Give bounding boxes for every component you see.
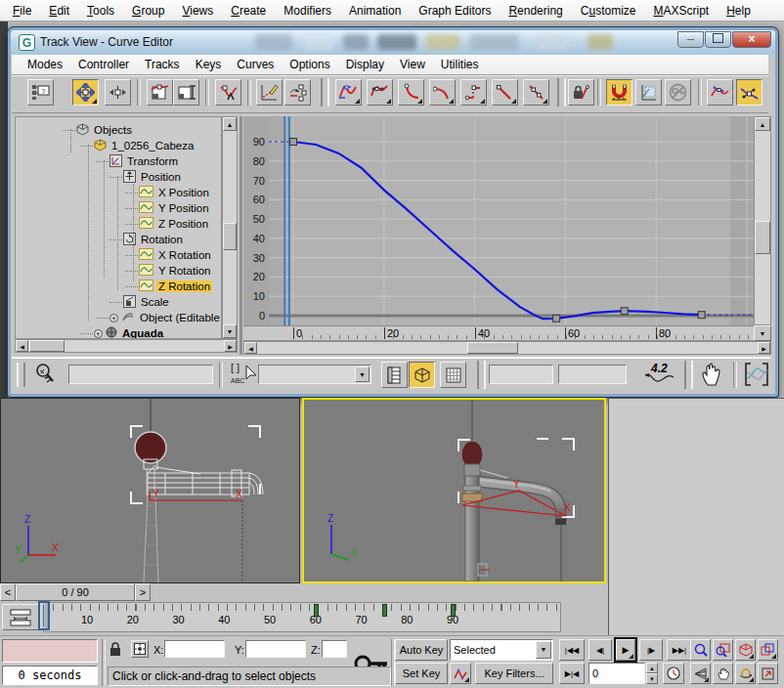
tree-item-y-position[interactable]: Y Position (16, 200, 211, 216)
trackbar-key[interactable] (314, 604, 319, 617)
menu-modes[interactable]: Modes (20, 55, 70, 74)
menu-tools[interactable]: Tools (78, 1, 123, 21)
key-filters-button[interactable]: Key Filters... (475, 663, 553, 684)
key-time-input[interactable] (489, 365, 553, 384)
maximize-button[interactable] (705, 31, 731, 48)
go-to-start-button[interactable]: |◀◀ (559, 639, 585, 661)
absolute-relative-toggle-button[interactable] (131, 640, 149, 658)
previous-frame-arrow[interactable]: < (0, 583, 16, 601)
menu-keys[interactable]: Keys (188, 55, 230, 74)
tree-vscrollbar[interactable]: ▲ ▼ (222, 116, 238, 339)
zoom-horizontal-extents-icon[interactable] (743, 361, 770, 390)
tree-item-aguada[interactable]: +Aguada (16, 325, 165, 339)
trackbar-key[interactable] (451, 604, 456, 617)
trackbar-key[interactable] (382, 604, 387, 617)
time-configuration-button[interactable] (663, 663, 684, 684)
edit-track-set-list-button[interactable] (381, 362, 408, 388)
graph-vscrollbar[interactable]: ▲ (754, 116, 771, 325)
zoom-all-button[interactable] (713, 639, 733, 661)
pan-icon[interactable] (699, 361, 724, 390)
tree-item-rotation[interactable]: Rotation (16, 232, 185, 247)
maxscript-mini-listener[interactable] (2, 639, 98, 663)
menu-maxscript[interactable]: MAXScript (645, 1, 719, 21)
tree-vscroll-thumb[interactable] (223, 223, 237, 250)
current-frame-input[interactable] (588, 663, 645, 684)
tree-graph-splitter[interactable] (240, 116, 242, 355)
move-keys-button[interactable] (72, 79, 99, 106)
close-button[interactable]: × (732, 31, 771, 48)
curve-key[interactable] (290, 139, 297, 146)
snap-frames-button[interactable] (606, 79, 632, 106)
set-tangents-step-button[interactable] (460, 79, 487, 106)
pan-view-button[interactable] (713, 663, 733, 684)
field-of-view-button[interactable] (690, 663, 711, 684)
zoom-extents-button[interactable] (735, 639, 756, 661)
orbit-button[interactable] (735, 663, 756, 684)
tree-item-scale[interactable]: Scale (16, 294, 171, 310)
filters-button[interactable]: ? (27, 79, 54, 106)
scale-values-button[interactable] (173, 79, 199, 106)
show-tangents-button[interactable] (707, 79, 733, 106)
edit-track-set-icon[interactable]: [ ]ABC (229, 360, 258, 391)
tree-item-1-0256-cabeza[interactable]: 1_0256_Cabeza (16, 138, 196, 153)
parameter-out-of-range-button[interactable] (635, 79, 662, 106)
time-slider-handle[interactable] (38, 601, 50, 630)
tree-item-x-position[interactable]: X Position (16, 185, 211, 200)
menu-edit[interactable]: Edit (40, 1, 78, 21)
lock-tangents-button[interactable] (568, 79, 594, 106)
tree-scroll-up-button[interactable]: ▲ (223, 117, 237, 131)
show-all-tangents-button[interactable] (736, 79, 762, 106)
graph-scroll-right-button[interactable]: ▶ (758, 342, 770, 354)
play-button[interactable]: ▶ (616, 639, 635, 661)
z-coordinate-input[interactable] (322, 640, 347, 658)
menu-tracks[interactable]: Tracks (137, 55, 188, 74)
tree-item-object-editable-poly-[interactable]: +Object (Editable Poly) (16, 310, 222, 325)
time-slider-display[interactable]: 0 / 90 (16, 583, 135, 601)
toolbar-grip[interactable] (17, 363, 25, 387)
draw-curves-button[interactable] (256, 79, 283, 106)
tree-item-objects[interactable]: Objects (16, 122, 134, 138)
track-view-titlebar[interactable]: G Track View - Curve Editor ─ × (11, 30, 775, 55)
menu-curves[interactable]: Curves (229, 55, 282, 74)
tree-item-x-rotation[interactable]: X Rotation (16, 247, 213, 263)
viewport-left-wireframe[interactable]: Y X Z Y X (0, 398, 300, 583)
curve-key[interactable] (553, 315, 560, 322)
graph-scroll-left-button[interactable]: ◀ (244, 342, 257, 354)
frame-spin-down[interactable]: ▼ (646, 673, 658, 684)
set-tangents-smooth-button[interactable] (523, 79, 549, 106)
selection-set-dropdown[interactable]: Selected ▼ (450, 639, 553, 661)
viewport-right-shaded[interactable]: Y X Z X (302, 398, 606, 583)
menu-modifiers[interactable]: Modifiers (275, 1, 340, 21)
filter-selected-objects-button[interactable] (409, 362, 435, 388)
maximize-viewport-toggle-button[interactable] (758, 663, 778, 684)
menu-graph-editors[interactable]: Graph Editors (410, 1, 500, 21)
menu-help[interactable]: Help (718, 1, 760, 21)
frame-spin-up[interactable]: ▲ (646, 663, 658, 673)
menu-display[interactable]: Display (338, 55, 392, 74)
menu-customize[interactable]: Customize (572, 1, 645, 21)
set-tangents-slow-button[interactable] (429, 79, 456, 106)
tree-item-position[interactable]: Position (16, 169, 183, 185)
zoom-extents-all-button[interactable] (758, 639, 778, 661)
graph-hscrollbar[interactable]: ◀ ▶ (243, 341, 771, 355)
curve-time-ruler[interactable]: 020406080 (243, 325, 754, 341)
reduce-keys-button[interactable] (284, 79, 311, 106)
open-mini-curve-editor-button[interactable] (2, 604, 39, 630)
set-tangents-auto-button[interactable] (335, 79, 362, 106)
menu-file[interactable]: File (4, 1, 40, 21)
next-frame-button[interactable]: |▶ (639, 639, 663, 661)
selection-lock-icon[interactable] (109, 641, 122, 659)
graph-scroll-down-button[interactable]: ▼ (754, 325, 771, 341)
tree-scroll-left-button[interactable]: ◀ (16, 340, 28, 352)
track-set-dropdown-arrow[interactable]: ▼ (355, 366, 370, 382)
add-keys-button[interactable] (215, 79, 241, 106)
tree-scroll-right-button[interactable]: ▶ (224, 340, 237, 352)
graph-hscroll-thumb[interactable] (467, 342, 518, 354)
menu-rendering[interactable]: Rendering (500, 1, 571, 21)
tree-hscroll-thumb[interactable] (29, 340, 65, 352)
curve-plot-area[interactable]: 9080706050403020100 (243, 116, 754, 325)
default-in-out-tangents-button[interactable] (450, 663, 471, 684)
set-key-button[interactable]: Set Key (395, 663, 448, 684)
y-coordinate-input[interactable] (245, 640, 306, 658)
menu-utilities[interactable]: Utilities (433, 55, 487, 74)
